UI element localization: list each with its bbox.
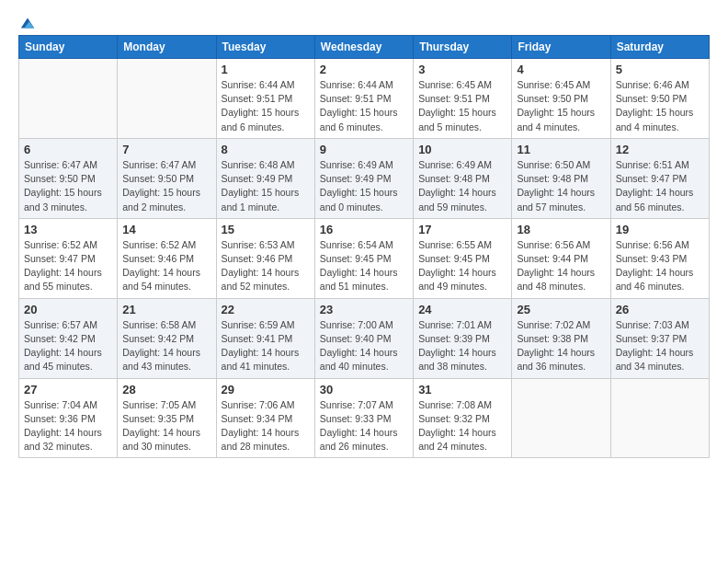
day-number: 9 [320,143,408,156]
page-header [18,15,710,28]
day-number: 22 [222,303,310,316]
calendar-cell: 28Sunrise: 7:05 AM Sunset: 9:35 PM Dayli… [118,378,216,458]
day-number: 17 [418,223,506,236]
day-info: Sunrise: 6:54 AM Sunset: 9:45 PM Dayligh… [320,238,408,294]
calendar-cell: 21Sunrise: 6:58 AM Sunset: 9:42 PM Dayli… [118,298,216,378]
day-info: Sunrise: 7:01 AM Sunset: 9:39 PM Dayligh… [418,318,506,374]
calendar-cell: 10Sunrise: 6:49 AM Sunset: 9:48 PM Dayli… [414,138,512,218]
calendar-cell: 4Sunrise: 6:45 AM Sunset: 9:50 PM Daylig… [512,59,610,139]
logo [18,15,36,28]
calendar-cell: 23Sunrise: 7:00 AM Sunset: 9:40 PM Dayli… [314,298,413,378]
day-info: Sunrise: 6:49 AM Sunset: 9:48 PM Dayligh… [418,158,506,214]
calendar-cell: 17Sunrise: 6:55 AM Sunset: 9:45 PM Dayli… [414,218,512,298]
logo-icon [19,15,36,31]
calendar-cell: 14Sunrise: 6:52 AM Sunset: 9:46 PM Dayli… [118,218,216,298]
calendar-cell: 7Sunrise: 6:47 AM Sunset: 9:50 PM Daylig… [118,138,216,218]
day-info: Sunrise: 6:46 AM Sunset: 9:50 PM Dayligh… [616,78,704,134]
day-number: 10 [418,143,506,156]
calendar-cell: 5Sunrise: 6:46 AM Sunset: 9:50 PM Daylig… [610,59,709,139]
calendar-header-row: SundayMondayTuesdayWednesdayThursdayFrid… [19,36,710,59]
day-number: 29 [222,383,310,396]
calendar-cell: 20Sunrise: 6:57 AM Sunset: 9:42 PM Dayli… [19,298,118,378]
day-number: 15 [222,223,310,236]
day-number: 8 [222,143,310,156]
calendar-cell: 9Sunrise: 6:49 AM Sunset: 9:49 PM Daylig… [314,138,413,218]
day-number: 5 [616,63,704,76]
calendar-week-row: 13Sunrise: 6:52 AM Sunset: 9:47 PM Dayli… [19,218,710,298]
day-number: 28 [122,383,210,396]
day-info: Sunrise: 6:48 AM Sunset: 9:49 PM Dayligh… [222,158,310,214]
calendar-cell: 19Sunrise: 6:56 AM Sunset: 9:43 PM Dayli… [610,218,709,298]
calendar-cell: 31Sunrise: 7:08 AM Sunset: 9:32 PM Dayli… [414,378,512,458]
day-number: 3 [418,63,506,76]
day-number: 6 [24,143,112,156]
day-info: Sunrise: 6:52 AM Sunset: 9:46 PM Dayligh… [122,238,210,294]
day-info: Sunrise: 7:06 AM Sunset: 9:34 PM Dayligh… [222,398,310,454]
day-number: 31 [418,383,506,396]
day-info: Sunrise: 6:44 AM Sunset: 9:51 PM Dayligh… [222,78,310,134]
day-info: Sunrise: 6:56 AM Sunset: 9:43 PM Dayligh… [616,238,704,294]
day-info: Sunrise: 6:49 AM Sunset: 9:49 PM Dayligh… [320,158,408,214]
calendar-cell: 15Sunrise: 6:53 AM Sunset: 9:46 PM Dayli… [216,218,314,298]
day-info: Sunrise: 7:03 AM Sunset: 9:37 PM Dayligh… [616,318,704,374]
day-number: 12 [616,143,704,156]
day-info: Sunrise: 7:08 AM Sunset: 9:32 PM Dayligh… [418,398,506,454]
day-number: 11 [517,143,605,156]
day-info: Sunrise: 7:04 AM Sunset: 9:36 PM Dayligh… [24,398,112,454]
day-of-week-header: Monday [118,36,216,59]
calendar-week-row: 20Sunrise: 6:57 AM Sunset: 9:42 PM Dayli… [19,298,710,378]
calendar-cell [19,59,118,139]
day-info: Sunrise: 6:57 AM Sunset: 9:42 PM Dayligh… [24,318,112,374]
calendar-cell: 6Sunrise: 6:47 AM Sunset: 9:50 PM Daylig… [19,138,118,218]
calendar-table: SundayMondayTuesdayWednesdayThursdayFrid… [18,35,710,458]
day-info: Sunrise: 6:44 AM Sunset: 9:51 PM Dayligh… [320,78,408,134]
day-number: 19 [616,223,704,236]
day-number: 27 [24,383,112,396]
day-info: Sunrise: 6:58 AM Sunset: 9:42 PM Dayligh… [122,318,210,374]
day-number: 7 [122,143,210,156]
day-info: Sunrise: 6:45 AM Sunset: 9:50 PM Dayligh… [517,78,605,134]
day-number: 23 [320,303,408,316]
day-of-week-header: Friday [512,36,610,59]
calendar-week-row: 1Sunrise: 6:44 AM Sunset: 9:51 PM Daylig… [19,59,710,139]
day-info: Sunrise: 6:52 AM Sunset: 9:47 PM Dayligh… [24,238,112,294]
day-info: Sunrise: 7:00 AM Sunset: 9:40 PM Dayligh… [320,318,408,374]
calendar-week-row: 27Sunrise: 7:04 AM Sunset: 9:36 PM Dayli… [19,378,710,458]
day-info: Sunrise: 6:50 AM Sunset: 9:48 PM Dayligh… [517,158,605,214]
calendar-cell: 11Sunrise: 6:50 AM Sunset: 9:48 PM Dayli… [512,138,610,218]
calendar-cell [512,378,610,458]
calendar-cell: 22Sunrise: 6:59 AM Sunset: 9:41 PM Dayli… [216,298,314,378]
day-info: Sunrise: 7:07 AM Sunset: 9:33 PM Dayligh… [320,398,408,454]
calendar-cell: 3Sunrise: 6:45 AM Sunset: 9:51 PM Daylig… [414,59,512,139]
day-number: 16 [320,223,408,236]
day-info: Sunrise: 7:02 AM Sunset: 9:38 PM Dayligh… [517,318,605,374]
calendar-cell: 26Sunrise: 7:03 AM Sunset: 9:37 PM Dayli… [610,298,709,378]
calendar-cell: 1Sunrise: 6:44 AM Sunset: 9:51 PM Daylig… [216,59,314,139]
day-number: 1 [222,63,310,76]
day-info: Sunrise: 7:05 AM Sunset: 9:35 PM Dayligh… [122,398,210,454]
day-number: 18 [517,223,605,236]
day-number: 25 [517,303,605,316]
day-number: 21 [122,303,210,316]
calendar-cell [610,378,709,458]
day-of-week-header: Sunday [19,36,118,59]
calendar-cell: 16Sunrise: 6:54 AM Sunset: 9:45 PM Dayli… [314,218,413,298]
day-of-week-header: Thursday [414,36,512,59]
day-number: 4 [517,63,605,76]
day-number: 13 [24,223,112,236]
calendar-cell: 2Sunrise: 6:44 AM Sunset: 9:51 PM Daylig… [314,59,413,139]
calendar-cell: 25Sunrise: 7:02 AM Sunset: 9:38 PM Dayli… [512,298,610,378]
calendar-cell: 27Sunrise: 7:04 AM Sunset: 9:36 PM Dayli… [19,378,118,458]
day-of-week-header: Saturday [610,36,709,59]
day-info: Sunrise: 6:47 AM Sunset: 9:50 PM Dayligh… [122,158,210,214]
calendar-cell [118,59,216,139]
day-info: Sunrise: 6:55 AM Sunset: 9:45 PM Dayligh… [418,238,506,294]
calendar-cell: 18Sunrise: 6:56 AM Sunset: 9:44 PM Dayli… [512,218,610,298]
calendar-cell: 13Sunrise: 6:52 AM Sunset: 9:47 PM Dayli… [19,218,118,298]
calendar-cell: 29Sunrise: 7:06 AM Sunset: 9:34 PM Dayli… [216,378,314,458]
day-number: 30 [320,383,408,396]
calendar-cell: 8Sunrise: 6:48 AM Sunset: 9:49 PM Daylig… [216,138,314,218]
day-info: Sunrise: 6:47 AM Sunset: 9:50 PM Dayligh… [24,158,112,214]
day-of-week-header: Wednesday [314,36,413,59]
day-info: Sunrise: 6:59 AM Sunset: 9:41 PM Dayligh… [222,318,310,374]
